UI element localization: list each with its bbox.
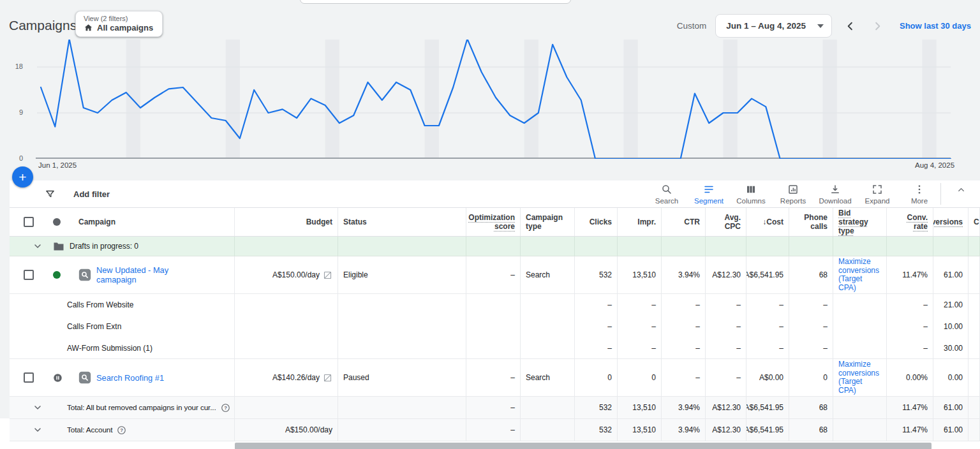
- cell-opt_score: –: [466, 359, 521, 396]
- x-axis-end-label: Aug 4, 2025: [915, 161, 954, 169]
- header-cost[interactable]: ↓ Cost: [746, 208, 789, 236]
- segment-row: Calls From Extn–––––––10.00: [10, 316, 980, 337]
- chevron-down-icon[interactable]: [33, 425, 43, 435]
- y-axis-tick-9: 9: [9, 108, 23, 116]
- toolbar-action-search[interactable]: Search: [648, 184, 685, 205]
- total-row: Total: All but removed campaigns in your…: [10, 397, 980, 419]
- toolbar-action-label: Search: [655, 197, 678, 205]
- chevron-up-icon: [956, 185, 966, 195]
- x-axis-start-label: Jun 1, 2025: [38, 161, 77, 169]
- date-range-value: Jun 1 – Aug 4, 2025: [726, 21, 806, 31]
- edit-budget-icon[interactable]: [323, 373, 332, 383]
- search-badge-icon: [78, 269, 91, 281]
- chevron-down-icon[interactable]: [33, 402, 43, 413]
- header-avg_cpc[interactable]: Avg. CPC: [706, 208, 746, 236]
- chevron-left-icon: [845, 20, 856, 32]
- reports-icon: [787, 184, 799, 195]
- horizontal-scrollbar[interactable]: [235, 443, 932, 449]
- cell-impr: –: [618, 294, 662, 316]
- cell-bid: [833, 294, 887, 316]
- header-clicks[interactable]: Clicks: [575, 208, 618, 236]
- cell-avg_cpc: –: [706, 294, 746, 316]
- header-conv_rate[interactable]: Conv. rate: [887, 208, 933, 236]
- cell-type: [521, 294, 575, 316]
- header-phone[interactable]: Phone calls: [789, 208, 833, 236]
- collapse-table-button[interactable]: [947, 185, 980, 203]
- cell-impr: –: [618, 316, 662, 337]
- cell-impr: [618, 237, 662, 256]
- cell-phone: –: [789, 337, 833, 358]
- toolbar-action-more[interactable]: More: [901, 184, 938, 205]
- add-campaign-fab[interactable]: +: [12, 166, 33, 188]
- header-impr[interactable]: Impr.: [618, 208, 662, 236]
- cell-opt_score: [466, 294, 521, 316]
- edit-budget-icon[interactable]: [323, 270, 332, 280]
- campaign-name-link[interactable]: New Updated - May camapaign: [96, 265, 197, 284]
- header-bid[interactable]: Bid strategy type: [833, 208, 887, 236]
- cell-impr: 0: [618, 359, 662, 396]
- view-filter-chip[interactable]: View (2 filters) All campaigns: [75, 11, 163, 37]
- cell-conv_rate: [887, 237, 933, 256]
- add-filter-button[interactable]: Add filter: [73, 189, 110, 199]
- cell-conversions: 61.00: [933, 256, 969, 293]
- toolbar-action-expand[interactable]: Expand: [859, 184, 896, 205]
- svg-text:?: ?: [224, 405, 227, 411]
- cell-status: [338, 294, 466, 316]
- show-last-30-days-link[interactable]: Show last 30 days: [900, 21, 971, 31]
- row-checkbox[interactable]: [24, 372, 34, 383]
- chevron-right-icon: [872, 20, 883, 32]
- group-chevron-cell: [10, 237, 48, 256]
- cell-impr: 13,510: [618, 256, 662, 293]
- cell-conversions: 61.00: [933, 419, 969, 441]
- cell-avg_cpc: –: [706, 359, 746, 396]
- header-extra[interactable]: C: [969, 208, 980, 236]
- status-dot-header-icon[interactable]: [53, 218, 61, 226]
- header-status[interactable]: Status: [338, 208, 466, 236]
- cell-avg_cpc: –: [706, 337, 746, 358]
- cell-clicks: 0: [575, 359, 618, 396]
- top-search-bar-partial[interactable]: [300, 0, 571, 4]
- cell-cost: A$6,541.95: [746, 419, 789, 441]
- row-select-cell: [10, 359, 48, 396]
- toolbar-action-reports[interactable]: Reports: [775, 184, 812, 205]
- toolbar-action-label: More: [911, 197, 928, 205]
- cell-ctr: –: [662, 359, 706, 396]
- segment-label-cell: Calls From Extn: [10, 316, 235, 337]
- column-label-conv_rate: Conv. rate: [892, 213, 928, 231]
- header-type[interactable]: Campaign type: [521, 208, 575, 236]
- toolbar-action-segment[interactable]: Segment: [690, 184, 727, 205]
- cell-extra: [969, 237, 980, 256]
- row-checkbox[interactable]: [24, 270, 34, 280]
- previous-period-button[interactable]: [837, 20, 864, 32]
- cell-extra: [969, 397, 980, 418]
- header-opt_score[interactable]: Optimization score: [466, 208, 521, 236]
- toolbar-action-columns[interactable]: Columns: [732, 184, 769, 205]
- select-all-checkbox[interactable]: [24, 217, 34, 227]
- column-label-clicks: Clicks: [590, 217, 612, 226]
- campaign-row: Search Roofing #1A$140.26/dayPaused–Sear…: [10, 359, 980, 397]
- date-range-selector[interactable]: Jun 1 – Aug 4, 2025: [715, 14, 832, 38]
- cell-phone: 0: [789, 359, 833, 396]
- header-budget[interactable]: Budget: [235, 208, 338, 236]
- help-icon[interactable]: ?: [221, 403, 230, 413]
- campaign-name-link[interactable]: Search Roofing #1: [96, 373, 164, 383]
- header-campaign[interactable]: Campaign: [73, 208, 235, 236]
- cell-bid[interactable]: Maximize conversions (Target CPA): [833, 256, 887, 293]
- search-badge-icon: [78, 371, 91, 384]
- header-conversions[interactable]: Conversions: [933, 208, 969, 236]
- help-icon[interactable]: ?: [117, 425, 126, 435]
- cell-budget: [235, 294, 338, 316]
- enabled-status-icon[interactable]: [53, 271, 61, 279]
- toolbar-action-download[interactable]: Download: [817, 184, 854, 205]
- cell-bid[interactable]: Maximize conversions (Target CPA): [833, 359, 887, 396]
- cell-conv_rate: 0.00%: [887, 359, 933, 396]
- chevron-down-icon[interactable]: [33, 241, 43, 251]
- next-period-button[interactable]: [864, 20, 891, 32]
- budget-value: A$140.26/day: [272, 373, 320, 382]
- campaigns-table: CampaignBudgetStatusOptimization scoreCa…: [10, 207, 980, 441]
- cell-ctr: 3.94%: [662, 419, 706, 441]
- header-ctr[interactable]: CTR: [662, 208, 706, 236]
- view-chip-filters-label: View (2 filters): [84, 15, 153, 22]
- paused-icon[interactable]: [53, 373, 63, 383]
- cell-budget: A$150.00/day: [235, 419, 338, 441]
